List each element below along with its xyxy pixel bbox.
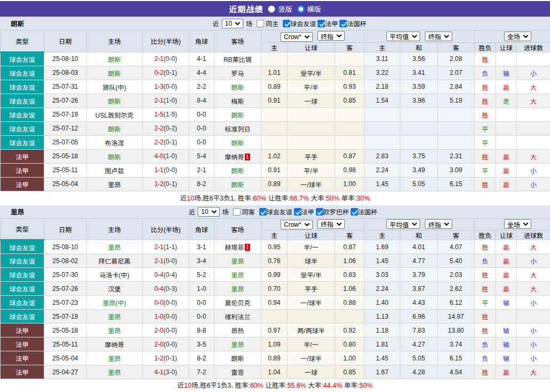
handicap-result-cell — [496, 310, 517, 324]
handicap-home-odds-cell: 0.91 — [261, 94, 288, 107]
europe-odds-time-select[interactable]: 终指 — [425, 219, 452, 229]
odds-company-select[interactable]: Crow* — [281, 220, 313, 229]
league-type-cell: 球会友谊 — [1, 240, 44, 254]
home-team-link[interactable]: 马洛卡(中) — [99, 272, 129, 279]
away-team-link[interactable]: 朗斯 — [231, 112, 244, 119]
home-team-link[interactable]: 摩纳哥 — [105, 341, 124, 349]
away-team-link[interactable]: 莫伦贝克 — [224, 299, 250, 307]
home-team-link[interactable]: 朗斯 — [108, 153, 121, 161]
europe-odds-time-select[interactable]: 终指 — [425, 32, 452, 41]
goals-result-cell: 小 — [517, 254, 550, 268]
league-filter[interactable]: 欧罗巴杯 — [316, 207, 349, 216]
home-team-link[interactable]: 朗斯 — [108, 126, 121, 133]
score-cell: 2-2(0-1) — [143, 135, 189, 149]
summary-segment: 大率: — [309, 195, 326, 202]
horizontal-layout-radio[interactable]: 横版 — [297, 4, 321, 14]
goals-result-cell — [517, 135, 550, 149]
home-team-link[interactable]: 拜仁慕尼黑 — [98, 258, 130, 265]
same-venue-filter[interactable]: 同主 — [257, 19, 278, 28]
league-filter[interactable]: 球会友谊 — [259, 207, 292, 216]
home-team-link[interactable]: 里昂 — [108, 181, 121, 189]
home-team-link[interactable]: 汉堡 — [108, 286, 121, 293]
result-cell: 胜 — [475, 80, 496, 94]
home-team-link[interactable]: 里昂 — [108, 313, 121, 321]
away-team-link[interactable]: 罗马 — [231, 70, 244, 78]
handicap-result-cell: 赢 — [496, 282, 517, 296]
away-team-link[interactable]: 朗斯 — [231, 167, 244, 175]
home-team-link[interactable]: 朗斯 — [108, 98, 121, 105]
home-team-link[interactable]: 图卢兹 — [105, 167, 124, 175]
home-team-link[interactable]: 里昂 — [108, 355, 121, 363]
europe-odds-type-select[interactable]: 平均值 — [386, 219, 420, 229]
away-team-link[interactable]: 朗斯 — [231, 84, 244, 91]
result-scope-select[interactable]: 全场 — [504, 32, 531, 41]
europe-away-odds-cell: 3.74 — [438, 337, 475, 351]
full-time-score: 1-1 — [154, 166, 164, 174]
away-team-link[interactable]: 里昂 — [231, 286, 244, 293]
away-team-link[interactable]: 维利法兰 — [224, 313, 250, 321]
handicap-away-odds-cell: 0.85 — [335, 94, 365, 107]
league-filter-label: 球会友谊 — [267, 207, 292, 216]
away-team-link[interactable]: 朗斯 — [231, 355, 244, 363]
home-team-link[interactable]: 里昂 — [108, 369, 121, 376]
home-team-link[interactable]: USL敦刻尔克 — [95, 112, 133, 119]
europe-odds-type-select[interactable]: 平均值 — [386, 32, 420, 41]
summary-segment: 近 — [180, 195, 187, 202]
home-team-link[interactable]: 朗斯 — [108, 70, 121, 78]
corner-cell: 0-0 — [189, 121, 214, 135]
league-filter-label: 法甲 — [325, 19, 338, 28]
summary-segment: 让胜率: — [266, 195, 290, 202]
league-filter[interactable]: 法甲 — [317, 19, 338, 28]
away-team-link[interactable]: 朗斯 — [231, 181, 244, 189]
date-cell: 25-07-12 — [44, 121, 87, 135]
odds-time-select[interactable]: 终指 — [317, 31, 345, 41]
col-header-score: 比分(半场) — [143, 30, 189, 52]
away-team-link[interactable]: 朗斯 — [231, 140, 244, 147]
chevron-down-icon — [523, 222, 529, 226]
league-type-cell: 球会友谊 — [1, 107, 44, 121]
away-team-link[interactable]: 梅斯 — [231, 98, 244, 105]
recent-count-select[interactable]: 10 — [198, 207, 219, 217]
half-time-score: (0-0) — [164, 313, 177, 320]
checkbox-checked-icon — [259, 208, 267, 216]
away-team-link[interactable]: 里昂 — [231, 258, 244, 265]
handicap-result-cell — [496, 52, 517, 66]
half-time-score: (0-0) — [164, 327, 177, 334]
odds-time-select[interactable]: 终指 — [317, 219, 345, 229]
summary-segment: 场,胜6平3负1, 胜率: — [194, 195, 253, 202]
league-filter[interactable]: 球会友谊 — [283, 19, 316, 28]
away-team-link[interactable]: RB莱比锡 — [223, 56, 252, 64]
europe-home-odds-cell — [365, 121, 400, 135]
result-text: 负 — [482, 341, 489, 349]
away-team-link[interactable]: 赫塔菲 — [225, 244, 244, 251]
away-team-link[interactable]: 标准列日 — [224, 126, 250, 133]
home-team-link[interactable]: 狼队(中) — [103, 84, 126, 91]
result-text: 小 — [530, 299, 537, 307]
away-team-link[interactable]: 雷恩 — [231, 369, 244, 376]
league-filter[interactable]: 法国杯 — [339, 19, 366, 28]
result-text: 大 — [530, 286, 537, 293]
result-scope-select[interactable]: 全场 — [504, 219, 531, 229]
result-text: 小 — [530, 181, 537, 189]
home-team-link[interactable]: 里昂(中) — [103, 299, 126, 307]
vertical-layout-radio[interactable]: 竖版 — [268, 4, 292, 14]
same-venue-filter[interactable]: 同客 — [233, 207, 255, 216]
league-filter[interactable]: 法甲 — [294, 207, 314, 216]
score-cell: 2-1(1-0) — [143, 94, 189, 107]
away-team-cell: 昂热 — [214, 324, 261, 337]
away-team-link[interactable]: 里昂 — [231, 341, 244, 349]
home-team-link[interactable]: 布洛涅 — [105, 140, 124, 147]
home-team-link[interactable]: 里昂 — [108, 327, 121, 335]
away-team-link[interactable]: 昂热 — [231, 327, 244, 335]
europe-away-odds-cell: 6.12 — [438, 296, 475, 310]
half-time-score: (0-0) — [164, 341, 177, 348]
recent-count-select[interactable]: 10 — [222, 19, 243, 28]
away-team-link[interactable]: 摩纳哥 — [225, 153, 244, 161]
away-team-link[interactable]: 里昂 — [231, 272, 244, 279]
home-team-link[interactable]: 里昂 — [108, 244, 121, 251]
home-team-link[interactable]: 朗斯 — [108, 56, 121, 64]
odds-company-select[interactable]: Crow* — [281, 32, 313, 42]
chevron-down-icon — [304, 35, 310, 39]
league-filter[interactable]: 法国杯 — [351, 207, 377, 216]
corner-cell: 3-1 — [189, 240, 214, 254]
